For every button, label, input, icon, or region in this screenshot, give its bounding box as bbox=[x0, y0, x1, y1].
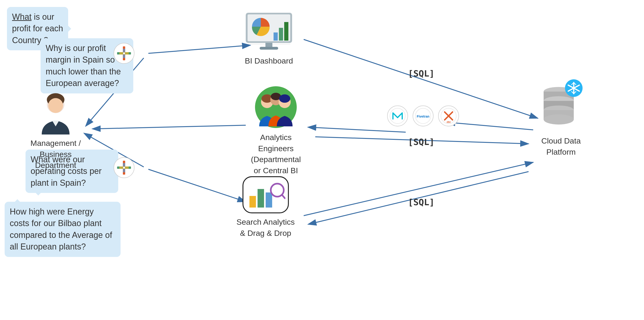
search-analytics-svg bbox=[246, 180, 285, 210]
tableau-cross-bottom bbox=[114, 157, 134, 178]
etl-tools-row: Fivetran dbt bbox=[387, 106, 459, 126]
main-scene: What is ourprofit for eachCountry ? Why … bbox=[0, 0, 644, 320]
svg-line-13 bbox=[304, 162, 533, 216]
svg-point-17 bbox=[48, 98, 63, 113]
svg-point-27 bbox=[123, 167, 125, 168]
search-analytics-node: Search Analytics& Drag & Drop bbox=[236, 176, 295, 238]
matillion-logo bbox=[387, 106, 408, 126]
search-analytics-label: Search Analytics& Drag & Drop bbox=[236, 216, 295, 238]
management-node: Management /Business Department bbox=[23, 93, 88, 171]
bubble-energy-costs: How high were Energy costs for our Bilba… bbox=[5, 202, 120, 257]
bubble-4-text: How high were Energy costs for our Bilba… bbox=[10, 207, 112, 251]
cloud-platform-label: Cloud Data Platform bbox=[528, 136, 594, 158]
tableau-cross-top bbox=[114, 43, 134, 64]
person-svg bbox=[37, 93, 74, 134]
bi-dashboard-node: BI Dashboard bbox=[244, 12, 294, 66]
dbt-svg: dbt bbox=[440, 108, 457, 124]
svg-line-11 bbox=[315, 128, 406, 132]
bubble-2-text: Why is our profit margin in Spain so muc… bbox=[46, 43, 121, 88]
svg-rect-45 bbox=[258, 189, 264, 208]
svg-line-48 bbox=[282, 195, 285, 198]
sql-label-top: [SQL] bbox=[408, 68, 434, 78]
svg-rect-36 bbox=[260, 47, 278, 50]
dbt-logo: dbt bbox=[438, 106, 459, 126]
svg-rect-33 bbox=[284, 22, 288, 40]
tableau-cross-svg-top bbox=[116, 45, 132, 62]
svg-rect-44 bbox=[250, 196, 256, 208]
matillion-svg bbox=[390, 108, 406, 124]
svg-line-10 bbox=[454, 123, 533, 130]
analytics-engineers-node: Analytics Engineers(Departmentalor Centr… bbox=[244, 86, 308, 187]
bi-dashboard-label: BI Dashboard bbox=[245, 56, 293, 66]
svg-text:Fivetran: Fivetran bbox=[417, 114, 429, 118]
svg-point-62 bbox=[544, 114, 574, 124]
sql-label-bottom: [SQL] bbox=[408, 197, 434, 207]
svg-point-43 bbox=[279, 94, 290, 103]
sql-text-middle: [SQL] bbox=[408, 137, 434, 147]
fivetran-svg: Fivetran bbox=[415, 108, 431, 124]
bi-dashboard-svg bbox=[244, 12, 294, 52]
fivetran-logo: Fivetran bbox=[413, 106, 434, 126]
management-label: Management /Business Department bbox=[23, 138, 88, 171]
cloud-platform-node: Cloud Data Platform bbox=[528, 79, 594, 158]
sql-text-bottom: [SQL] bbox=[408, 197, 434, 207]
svg-text:dbt: dbt bbox=[446, 120, 450, 123]
svg-rect-32 bbox=[279, 28, 283, 40]
analytics-engineers-svg bbox=[253, 86, 299, 129]
bubble-1-underline: What bbox=[12, 12, 32, 22]
cloud-platform-svg bbox=[536, 79, 586, 132]
svg-line-6 bbox=[100, 125, 246, 129]
sql-label-middle: [SQL] bbox=[408, 137, 434, 147]
svg-line-4 bbox=[148, 45, 250, 53]
tableau-cross-svg-bottom bbox=[116, 160, 132, 176]
sql-text-top: [SQL] bbox=[408, 68, 434, 78]
search-analytics-box bbox=[242, 176, 289, 213]
svg-rect-46 bbox=[266, 192, 272, 208]
svg-point-22 bbox=[123, 52, 125, 54]
svg-rect-31 bbox=[274, 32, 278, 40]
svg-line-7 bbox=[148, 169, 246, 202]
svg-point-49 bbox=[390, 108, 405, 124]
